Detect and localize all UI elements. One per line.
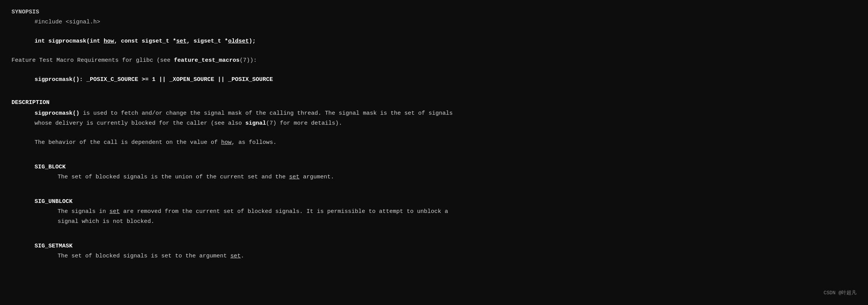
include-text: #include <signal.h> — [35, 19, 100, 25]
sig-setmask-set-ref: set — [230, 253, 241, 259]
description-para1-line1: sigprocmask() is used to fetch and/or ch… — [12, 109, 856, 118]
sig-setmask-content: The set of blocked signals is set to the… — [58, 253, 244, 259]
sig-unblock-line1: The signals in set are removed from the … — [12, 207, 856, 216]
para1-text: is used to fetch and/or change the signa… — [79, 110, 453, 117]
prototype-text: int sigprocmask(int how, const sigset_t … — [35, 38, 256, 45]
prototype-line: int sigprocmask(int how, const sigset_t … — [12, 37, 856, 46]
watermark: CSDN @叶超凡 — [823, 289, 856, 297]
main-content: SYNOPSIS #include <signal.h> int sigproc… — [12, 8, 856, 261]
oldset-param: oldset — [228, 38, 249, 45]
sig-unblock-content2: signal which is not blocked. — [58, 218, 154, 225]
sig-block-title: SIG_BLOCK — [12, 163, 856, 172]
sigprocmask-feature-line: sigprocmask(): _POSIX_C_SOURCE >= 1 || _… — [12, 75, 856, 84]
sig-unblock-set-ref: set — [109, 208, 120, 215]
signal-func-name: signal — [245, 120, 266, 127]
sig-unblock-title: SIG_UNBLOCK — [12, 197, 856, 206]
include-line: #include <signal.h> — [12, 18, 856, 27]
feature-intro-text: Feature Test Macro Requirements for glib… — [12, 57, 257, 64]
sig-block-content: The set of blocked signals is the union … — [58, 174, 334, 180]
how-ref: how — [221, 139, 231, 146]
description-label: DESCRIPTION — [12, 98, 856, 107]
description-para1-line2: whose delivery is currently blocked for … — [12, 119, 856, 128]
set-param: set — [176, 38, 187, 45]
sig-unblock-line2: signal which is not blocked. — [12, 217, 856, 226]
feature-test-line: Feature Test Macro Requirements for glib… — [12, 56, 856, 65]
sigprocmask-feature-text: sigprocmask(): _POSIX_C_SOURCE >= 1 || _… — [35, 76, 273, 83]
sig-setmask-title: SIG_SETMASK — [12, 242, 856, 251]
how-param: how — [104, 38, 114, 45]
sigprocmask-func-name: sigprocmask() — [35, 110, 79, 117]
synopsis-label: SYNOPSIS — [12, 8, 856, 17]
sig-block-set-ref: set — [289, 174, 299, 180]
behavior-para: The behavior of the call is dependent on… — [12, 138, 856, 147]
sig-block-text: The set of blocked signals is the union … — [12, 173, 856, 182]
para1-line2-text: whose delivery is currently blocked for … — [35, 120, 342, 127]
behavior-text: The behavior of the call is dependent on… — [35, 139, 276, 146]
sig-setmask-line1: The set of blocked signals is set to the… — [12, 252, 856, 261]
feature-macro-name: feature_test_macros — [174, 57, 240, 64]
sig-unblock-content1: The signals in set are removed from the … — [58, 208, 448, 215]
